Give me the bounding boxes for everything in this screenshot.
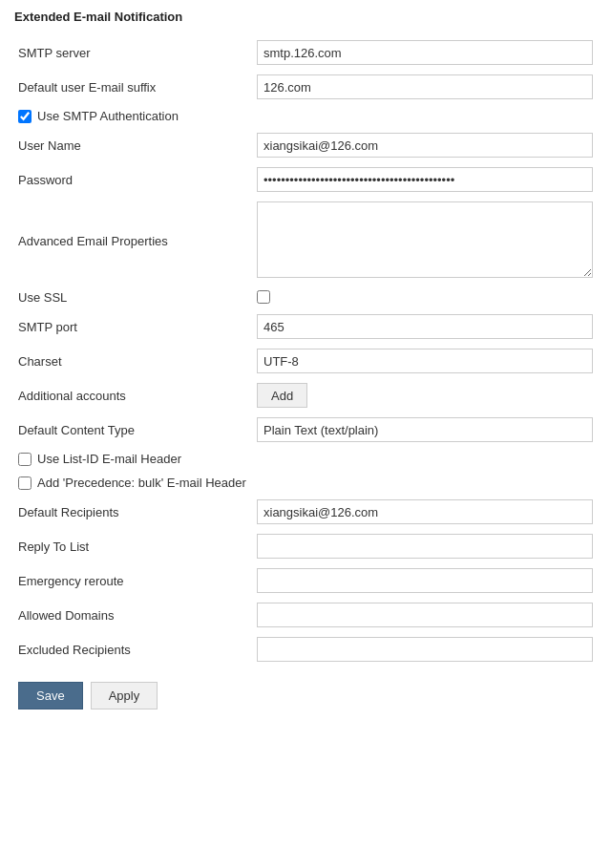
- default-suffix-input-cell: [253, 70, 597, 104]
- username-input-cell: [253, 128, 597, 162]
- use-ssl-checkbox[interactable]: [257, 290, 270, 304]
- smtp-auth-label[interactable]: Use SMTP Authentication: [18, 109, 593, 123]
- allowed-domains-input-cell: [253, 598, 597, 632]
- additional-accounts-row: Additional accounts Add: [14, 378, 597, 413]
- add-precedence-label[interactable]: Add 'Precedence: bulk' E-mail Header: [18, 476, 593, 490]
- smtp-auth-row: Use SMTP Authentication: [14, 104, 597, 128]
- apply-button[interactable]: Apply: [91, 682, 158, 709]
- emergency-reroute-input-cell: [253, 563, 597, 598]
- default-content-type-label: Default Content Type: [14, 413, 253, 447]
- use-list-id-checkbox[interactable]: [18, 453, 32, 466]
- use-ssl-label: Use SSL: [14, 286, 253, 309]
- smtp-port-label: SMTP port: [14, 309, 253, 344]
- emergency-reroute-input[interactable]: [257, 568, 593, 593]
- smtp-server-label: SMTP server: [14, 35, 253, 70]
- allowed-domains-label: Allowed Domains: [14, 598, 253, 632]
- add-account-button[interactable]: Add: [257, 383, 307, 408]
- charset-input[interactable]: [257, 349, 593, 373]
- add-precedence-row: Add 'Precedence: bulk' E-mail Header: [14, 471, 597, 495]
- default-recipients-row: Default Recipients: [14, 495, 597, 529]
- reply-to-list-input-cell: [253, 529, 597, 563]
- use-list-id-text: Use List-ID E-mail Header: [37, 452, 181, 466]
- footer-buttons: Save Apply: [14, 682, 597, 709]
- default-recipients-input[interactable]: [257, 499, 593, 524]
- advanced-email-row: Advanced Email Properties: [14, 197, 597, 286]
- page-container: Extended E-mail Notification SMTP server…: [0, 0, 611, 729]
- reply-to-list-label: Reply To List: [14, 529, 253, 563]
- excluded-recipients-input-cell: [253, 632, 597, 667]
- username-label: User Name: [14, 128, 253, 162]
- password-input[interactable]: [257, 167, 593, 192]
- charset-input-cell: [253, 344, 597, 378]
- default-suffix-label: Default user E-mail suffix: [14, 70, 253, 104]
- smtp-auth-checkbox[interactable]: [18, 110, 32, 123]
- password-input-cell: [253, 162, 597, 197]
- allowed-domains-input[interactable]: [257, 603, 593, 627]
- smtp-server-input-cell: [253, 35, 597, 70]
- default-recipients-input-cell: [253, 495, 597, 529]
- advanced-email-label: Advanced Email Properties: [14, 197, 253, 286]
- use-list-id-cell: Use List-ID E-mail Header: [14, 447, 597, 471]
- advanced-email-textarea[interactable]: [257, 201, 593, 278]
- use-list-id-label[interactable]: Use List-ID E-mail Header: [18, 452, 593, 466]
- charset-label: Charset: [14, 344, 253, 378]
- add-precedence-checkbox[interactable]: [18, 476, 32, 490]
- charset-row: Charset: [14, 344, 597, 378]
- section-title: Extended E-mail Notification: [14, 10, 597, 24]
- form-table: SMTP server Default user E-mail suffix U…: [14, 35, 597, 667]
- smtp-port-row: SMTP port: [14, 309, 597, 344]
- username-row: User Name: [14, 128, 597, 162]
- smtp-auth-text: Use SMTP Authentication: [37, 109, 179, 123]
- allowed-domains-row: Allowed Domains: [14, 598, 597, 632]
- username-input[interactable]: [257, 133, 593, 158]
- emergency-reroute-row: Emergency reroute: [14, 563, 597, 598]
- smtp-server-row: SMTP server: [14, 35, 597, 70]
- additional-accounts-label: Additional accounts: [14, 378, 253, 413]
- additional-accounts-input-cell: Add: [253, 378, 597, 413]
- smtp-port-input[interactable]: [257, 314, 593, 339]
- use-ssl-row: Use SSL: [14, 286, 597, 309]
- reply-to-list-row: Reply To List: [14, 529, 597, 563]
- smtp-auth-cell: Use SMTP Authentication: [14, 104, 597, 128]
- default-content-type-input-cell: [253, 413, 597, 447]
- smtp-server-input[interactable]: [257, 40, 593, 65]
- password-row: Password: [14, 162, 597, 197]
- default-content-type-input[interactable]: [257, 417, 593, 442]
- add-precedence-cell: Add 'Precedence: bulk' E-mail Header: [14, 471, 597, 495]
- use-list-id-row: Use List-ID E-mail Header: [14, 447, 597, 471]
- use-ssl-input-cell: [253, 286, 597, 308]
- emergency-reroute-label: Emergency reroute: [14, 563, 253, 598]
- default-suffix-row: Default user E-mail suffix: [14, 70, 597, 104]
- password-label: Password: [14, 162, 253, 197]
- add-precedence-text: Add 'Precedence: bulk' E-mail Header: [37, 476, 246, 490]
- save-button[interactable]: Save: [18, 682, 83, 709]
- advanced-email-input-cell: [253, 197, 597, 286]
- excluded-recipients-input[interactable]: [257, 637, 593, 662]
- default-recipients-label: Default Recipients: [14, 495, 253, 529]
- default-suffix-input[interactable]: [257, 74, 593, 99]
- default-content-type-row: Default Content Type: [14, 413, 597, 447]
- reply-to-list-input[interactable]: [257, 534, 593, 559]
- excluded-recipients-row: Excluded Recipients: [14, 632, 597, 667]
- excluded-recipients-label: Excluded Recipients: [14, 632, 253, 667]
- smtp-port-input-cell: [253, 309, 597, 344]
